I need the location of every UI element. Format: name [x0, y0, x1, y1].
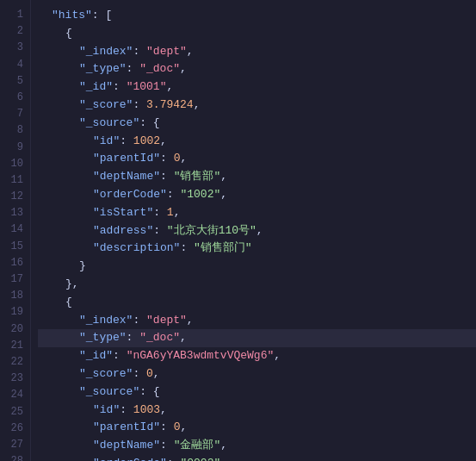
punctuation-token: { — [65, 296, 72, 308]
string-val-token: "0002" — [180, 457, 220, 461]
line-number: 7 — [0, 106, 23, 122]
punctuation-token: , — [194, 98, 201, 111]
punctuation-token: : — [133, 45, 146, 58]
punctuation-token: { — [65, 27, 72, 40]
punctuation-token: : — [133, 367, 146, 380]
line-number: 14 — [0, 221, 23, 238]
punctuation-token: : — [160, 439, 174, 452]
code-line: "_id": "1001", — [38, 78, 476, 97]
key-token: "_index" — [79, 45, 133, 58]
punctuation-token: : — [120, 134, 133, 147]
line-number: 1 — [0, 7, 23, 23]
punctuation-token: : — [160, 170, 174, 183]
code-line: "_type": "_doc", — [38, 60, 476, 78]
string-token: "_doc" — [139, 62, 180, 75]
punctuation-token: } — [79, 259, 86, 272]
line-number: 5 — [0, 73, 23, 90]
code-line: "deptName": "金融部", — [38, 437, 476, 455]
code-line: "orderCode": "0002", — [38, 455, 476, 461]
key-token: "_type" — [79, 331, 127, 344]
punctuation-token: , — [220, 170, 227, 183]
line-number: 12 — [0, 189, 23, 205]
punctuation-token: , — [180, 62, 187, 75]
punctuation-token: : — [113, 80, 127, 93]
line-number: 11 — [0, 172, 23, 189]
line-number: 16 — [0, 255, 23, 271]
code-line: }, — [38, 276, 476, 294]
punctuation-token: : — [153, 224, 167, 237]
punctuation-token: , — [180, 152, 187, 165]
punctuation-token: , — [160, 403, 167, 416]
code-content[interactable]: "hits": [{"_index": "dept","_type": "_do… — [31, 0, 476, 461]
line-number: 28 — [0, 453, 23, 461]
line-number: 24 — [0, 387, 23, 403]
code-line: "_source": { — [38, 383, 476, 402]
code-line: { — [38, 25, 476, 43]
key-token: "_source" — [79, 116, 139, 129]
punctuation-token: : — [133, 98, 146, 111]
punctuation-token: : — [127, 331, 140, 344]
punctuation-token: : — [167, 188, 181, 201]
code-line: "_index": "dept", — [38, 43, 476, 61]
line-number: 2 — [0, 23, 23, 40]
punctuation-token: : — [153, 206, 167, 219]
line-number: 22 — [0, 354, 23, 371]
punctuation-token: : — [160, 421, 174, 433]
code-line: } — [38, 258, 476, 276]
line-number: 25 — [0, 404, 23, 421]
key-token: "parentId" — [93, 152, 160, 165]
line-number: 17 — [0, 271, 23, 288]
number-token: 1003 — [133, 403, 160, 416]
punctuation-token: , — [153, 367, 160, 380]
line-number: 20 — [0, 321, 23, 338]
key-token: "_type" — [79, 62, 127, 75]
string-token: "nGA6yYAB3wdmtvVQeWg6" — [127, 349, 275, 362]
code-line: "id": 1003, — [38, 402, 476, 420]
number-token: 0 — [146, 367, 153, 380]
key-token: "description" — [93, 241, 180, 254]
punctuation-token: , — [187, 45, 194, 58]
line-number: 4 — [0, 57, 23, 73]
line-number: 27 — [0, 437, 23, 453]
punctuation-token: : — [113, 349, 127, 362]
line-number: 15 — [0, 239, 23, 255]
string-val-token: "北京大街110号" — [167, 224, 257, 237]
punctuation-token: , — [257, 224, 263, 237]
key-token: "_id" — [79, 349, 113, 362]
string-token: "dept" — [146, 314, 187, 327]
punctuation-token: }, — [65, 277, 79, 290]
punctuation-token: , — [160, 134, 167, 147]
line-number: 6 — [0, 90, 23, 106]
key-token: "deptName" — [93, 170, 160, 183]
punctuation-token: , — [220, 457, 227, 461]
key-token: "orderCode" — [93, 457, 167, 461]
key-token: "id" — [93, 403, 120, 416]
line-number: 9 — [0, 140, 23, 156]
string-val-token: "销售部门" — [194, 241, 252, 254]
key-token: "_source" — [79, 385, 139, 398]
punctuation-token: , — [180, 331, 187, 344]
punctuation-token: , — [174, 206, 181, 219]
code-line: "isStart": 1, — [38, 204, 476, 222]
code-line: "_score": 3.79424, — [38, 97, 476, 115]
code-line: "deptName": "销售部", — [38, 168, 476, 186]
string-val-token: "1002" — [180, 188, 220, 201]
key-token: "orderCode" — [93, 188, 167, 201]
punctuation-token: : [ — [92, 9, 112, 22]
key-token: "_id" — [79, 80, 113, 93]
string-val-token: "金融部" — [174, 439, 221, 452]
code-line: "_score": 0, — [38, 365, 476, 383]
line-number: 26 — [0, 421, 23, 437]
code-line: "_index": "dept", — [38, 312, 476, 330]
number-token: 1 — [167, 206, 174, 219]
code-viewer: 1234567891011121314151617181920212223242… — [0, 0, 476, 461]
code-line: "orderCode": "1002", — [38, 186, 476, 204]
punctuation-token: : — [133, 314, 146, 327]
code-line: "address": "北京大街110号", — [38, 222, 476, 240]
line-number: 19 — [0, 304, 23, 321]
key-token: "address" — [93, 224, 153, 237]
code-line: "parentId": 0, — [38, 150, 476, 168]
punctuation-token: , — [187, 314, 194, 327]
code-line: "_type": "_doc", — [38, 329, 476, 347]
number-token: 1002 — [133, 134, 160, 147]
